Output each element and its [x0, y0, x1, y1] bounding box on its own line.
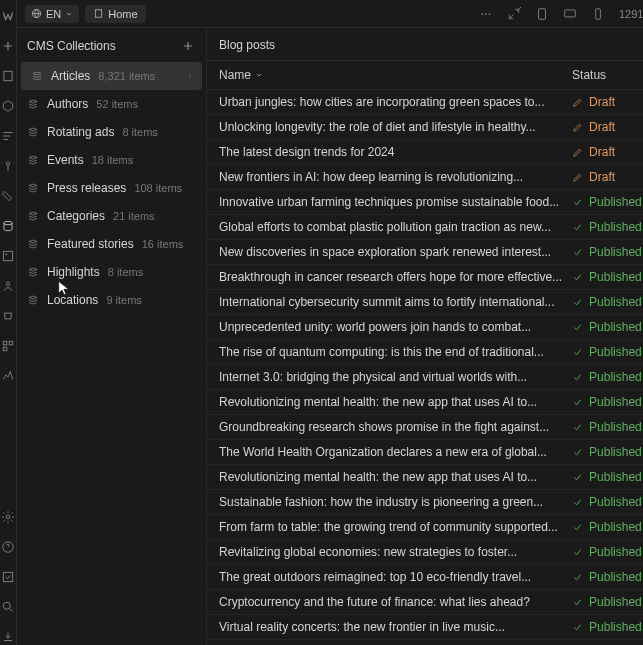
svg-rect-11 [3, 572, 12, 581]
webflow-logo-icon[interactable] [0, 8, 16, 24]
collection-item[interactable]: Authors 52 items [17, 90, 206, 118]
svg-rect-7 [9, 341, 13, 345]
items-table: Blog posts Name Status Urban jungles: ho… [207, 28, 643, 645]
home-button[interactable]: Home [85, 5, 145, 23]
collection-count: 16 items [142, 238, 184, 250]
settings-icon[interactable] [0, 509, 16, 525]
table-header: Name Status [207, 60, 643, 90]
collection-count: 8 items [122, 126, 157, 138]
collection-item[interactable]: Press releases 108 items [17, 174, 206, 202]
table-row[interactable]: Innovative urban farming techniques prom… [207, 190, 643, 215]
table-row[interactable]: Breakthrough in cancer research offers h… [207, 265, 643, 290]
topbar: EN Home 1291 PX [17, 0, 643, 28]
checkbox-icon[interactable] [0, 569, 16, 585]
table-row[interactable]: The World Health Organization declares a… [207, 440, 643, 465]
expand-icon[interactable] [503, 3, 525, 25]
style-icon[interactable] [0, 188, 16, 204]
table-row[interactable]: Unprecedented unity: world powers join h… [207, 315, 643, 340]
collection-count: 8,321 items [98, 70, 155, 82]
svg-rect-18 [538, 8, 545, 19]
cms-icon[interactable] [0, 218, 16, 234]
collection-item[interactable]: Rotating ads 8 items [17, 118, 206, 146]
svg-rect-20 [596, 8, 601, 19]
language-selector[interactable]: EN [25, 5, 79, 23]
table-row[interactable]: Revitalizing global economies: new strat… [207, 540, 643, 565]
desktop-icon[interactable] [559, 3, 581, 25]
add-icon[interactable] [0, 38, 16, 54]
table-row[interactable]: Sustainable fashion: how the industry is… [207, 490, 643, 515]
table-row[interactable]: International cybersecurity summit aims … [207, 290, 643, 315]
table-row[interactable]: From farm to table: the growing trend of… [207, 515, 643, 540]
svg-point-9 [6, 515, 10, 519]
table-row[interactable]: Urban jungles: how cities are incorporat… [207, 90, 643, 115]
left-rail [0, 0, 17, 645]
row-status: Published [572, 370, 643, 384]
navigator-icon[interactable] [0, 128, 16, 144]
ecommerce-icon[interactable] [0, 308, 16, 324]
svg-point-4 [5, 253, 7, 255]
users-icon[interactable] [0, 278, 16, 294]
svg-point-1 [6, 162, 10, 166]
row-status: Published [572, 270, 643, 284]
collection-name: Articles [51, 69, 90, 83]
add-collection-button[interactable] [180, 38, 196, 54]
tablet-icon[interactable] [531, 3, 553, 25]
row-status: Published [572, 220, 643, 234]
collection-item[interactable]: Articles 8,321 items [21, 62, 202, 90]
stack-icon [31, 70, 43, 82]
collection-name: Rotating ads [47, 125, 114, 139]
table-title: Blog posts [207, 28, 643, 60]
collection-count: 52 items [96, 98, 138, 110]
table-row[interactable]: Groundbreaking research shows promise in… [207, 415, 643, 440]
table-row[interactable]: New discoveries in space exploration spa… [207, 240, 643, 265]
assets-icon[interactable] [0, 248, 16, 264]
table-row[interactable]: The rise of eSports: virtual competition… [207, 640, 643, 645]
stack-icon [27, 126, 39, 138]
column-name-header[interactable]: Name [219, 68, 572, 82]
table-row[interactable]: The latest design trends for 2024Draft [207, 140, 643, 165]
row-status: Published [572, 620, 643, 634]
table-row[interactable]: Internet 3.0: bridging the physical and … [207, 365, 643, 390]
collection-count: 9 items [106, 294, 141, 306]
chevron-down-icon [255, 71, 263, 79]
table-row[interactable]: Revolutionizing mental health: the new a… [207, 465, 643, 490]
help-icon[interactable] [0, 539, 16, 555]
row-status: Draft [572, 120, 643, 134]
svg-point-2 [4, 221, 12, 225]
pages-icon[interactable] [0, 68, 16, 84]
table-row[interactable]: Revolutionizing mental health: the new a… [207, 390, 643, 415]
collection-item[interactable]: Events 18 items [17, 146, 206, 174]
collection-item[interactable]: Locations 9 items [17, 286, 206, 314]
column-status-header[interactable]: Status [572, 68, 643, 82]
mobile-icon[interactable] [587, 3, 609, 25]
audit-icon[interactable] [0, 368, 16, 384]
collection-item[interactable]: Featured stories 16 items [17, 230, 206, 258]
row-name: New discoveries in space exploration spa… [219, 245, 572, 259]
row-name: Innovative urban farming techniques prom… [219, 195, 572, 209]
table-row[interactable]: Global efforts to combat plastic polluti… [207, 215, 643, 240]
stack-icon [27, 210, 39, 222]
table-row[interactable]: Cryptocurrency and the future of finance… [207, 590, 643, 615]
row-name: Global efforts to combat plastic polluti… [219, 220, 572, 234]
apps-icon[interactable] [0, 338, 16, 354]
svg-rect-14 [96, 10, 102, 17]
more-icon[interactable] [475, 3, 497, 25]
content: CMS Collections Articles 8,321 itemsAuth… [17, 28, 643, 645]
table-row[interactable]: The great outdoors reimagined: top 10 ec… [207, 565, 643, 590]
table-row[interactable]: Virtual reality concerts: the new fronti… [207, 615, 643, 640]
variables-icon[interactable] [0, 158, 16, 174]
collection-name: Categories [47, 209, 105, 223]
globe-icon [31, 8, 42, 19]
collection-count: 18 items [92, 154, 134, 166]
row-name: From farm to table: the growing trend of… [219, 520, 572, 534]
chevron-right-icon [186, 72, 194, 80]
components-icon[interactable] [0, 98, 16, 114]
table-row[interactable]: Unlocking longevity: the role of diet an… [207, 115, 643, 140]
table-row[interactable]: New frontiers in AI: how deep learning i… [207, 165, 643, 190]
collection-item[interactable]: Categories 21 items [17, 202, 206, 230]
collection-item[interactable]: Highlights 8 items [17, 258, 206, 286]
collections-list: Articles 8,321 itemsAuthors 52 itemsRota… [17, 62, 206, 645]
search-icon[interactable] [0, 599, 16, 615]
export-icon[interactable] [0, 629, 16, 645]
table-row[interactable]: The rise of quantum computing: is this t… [207, 340, 643, 365]
